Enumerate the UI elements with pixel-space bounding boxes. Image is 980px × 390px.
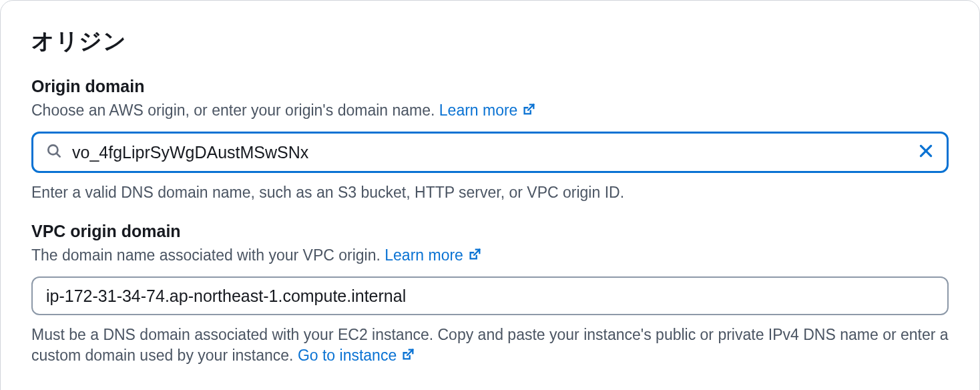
learn-more-label: Learn more [385,246,463,264]
panel-title: オリジン [31,26,949,57]
vpc-origin-hint-text: The domain name associated with your VPC… [31,246,385,264]
vpc-origin-label: VPC origin domain [31,222,949,241]
search-icon [45,142,63,162]
learn-more-label: Learn more [439,102,518,119]
origin-domain-input[interactable] [71,142,909,163]
clear-input-button[interactable] [917,142,935,162]
origin-domain-field: Origin domain Choose an AWS origin, or e… [31,77,949,203]
origin-domain-input-wrap[interactable] [31,132,949,173]
vpc-origin-hint: The domain name associated with your VPC… [31,245,949,267]
vpc-origin-input[interactable] [45,286,935,307]
go-to-instance-label: Go to instance [298,347,397,364]
origin-domain-footer: Enter a valid DNS domain name, such as a… [31,182,949,203]
origin-domain-hint-text: Choose an AWS origin, or enter your orig… [31,102,439,119]
svg-line-1 [56,154,59,157]
vpc-origin-learn-more-link[interactable]: Learn more [385,246,482,264]
origin-domain-learn-more-link[interactable]: Learn more [439,102,537,119]
go-to-instance-link[interactable]: Go to instance [298,347,415,364]
origin-domain-label: Origin domain [31,77,949,96]
external-link-icon [467,248,482,265]
origin-panel: オリジン Origin domain Choose an AWS origin,… [0,0,980,390]
external-link-icon [521,103,536,120]
vpc-origin-footer-text: Must be a DNS domain associated with you… [31,326,949,364]
vpc-origin-footer: Must be a DNS domain associated with you… [31,325,949,367]
origin-domain-hint: Choose an AWS origin, or enter your orig… [31,100,949,122]
vpc-origin-input-wrap[interactable] [31,276,949,315]
vpc-origin-field: VPC origin domain The domain name associ… [31,222,949,367]
external-link-icon [401,348,415,365]
